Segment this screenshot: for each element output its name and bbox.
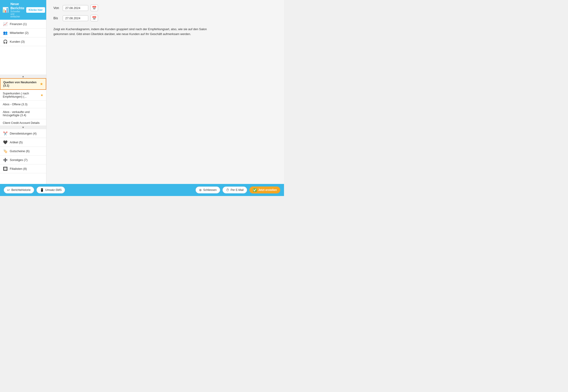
email-label: Per E-Mail	[231, 188, 244, 192]
sonstiges-label: Sonstiges (7)	[10, 158, 28, 162]
artikel-label: Artikel (5)	[10, 140, 23, 144]
date-to-row: Bis 📅	[53, 15, 277, 21]
description-text: Zeigt ein Kuchendiagramm, indem die Kund…	[53, 27, 216, 37]
sonstiges-icon: ➕	[3, 158, 8, 162]
create-icon: ✅	[253, 188, 257, 192]
superkunden-star: ★	[40, 93, 44, 97]
submenu-item-superkunden[interactable]: Superkunden ( nach Empfehlungen) (... ★	[0, 90, 46, 101]
sidebar-item-dienstleistungen[interactable]: ✂️ Dienstleistungen (4)	[0, 129, 46, 138]
sidebar-header-text: Neue Berichte Schneller und einfacher	[10, 2, 24, 18]
main-content: Von 📅 Bis 📅 Zeigt ein Kuchendiagramm, in…	[46, 0, 284, 184]
finanzen-label: Finanzen (1)	[10, 22, 27, 26]
date-from-row: Von 📅	[53, 5, 277, 11]
klicke-hier-button[interactable]: Klicke hier	[26, 7, 45, 13]
finanzen-icon: 📈	[3, 22, 8, 26]
kunden-label: Kunden (3)	[10, 40, 25, 43]
filialisten-icon: 🔲	[3, 167, 8, 171]
sidebar-header: 📊 Neue Berichte Schneller und einfacher …	[0, 0, 46, 20]
dienstleistungen-icon: ✂️	[3, 131, 8, 136]
submenu-container: ▲ Quellen von Neukunden (3.1) ★ Superkun…	[0, 74, 46, 129]
quellen-star: ★	[40, 82, 43, 86]
submenu-item-abos-offene[interactable]: Abos - Offene (3.3)	[0, 101, 46, 108]
sms-label: Umsatz-SMS	[45, 188, 62, 192]
gutscheine-icon: 🏷️	[3, 149, 8, 153]
kunden-icon: 🎧	[3, 40, 8, 44]
sidebar-title: Neue Berichte	[10, 2, 24, 10]
sidebar-nav-bottom: ✂️ Dienstleistungen (4) 🖤 Artikel (5) 🏷️…	[0, 129, 46, 184]
sidebar-nav: 📈 Finanzen (1) 👥 Mitarbeiter (2) 🎧 Kunde…	[0, 20, 46, 74]
submenu-item-abos-verkaufte[interactable]: Abos - verkaufte und hinzugefügte (3.4)	[0, 108, 46, 119]
gutscheine-label: Gutscheine (6)	[10, 149, 30, 153]
bottom-bar: ↩ Berichtehistorie 📱 Umsatz-SMS ⊗ Schlie…	[0, 184, 284, 196]
dienstleistungen-label: Dienstleistungen (4)	[10, 132, 37, 135]
sidebar: 📊 Neue Berichte Schneller und einfacher …	[0, 0, 46, 184]
close-icon: ⊗	[199, 188, 202, 192]
sidebar-item-sonstiges[interactable]: ➕ Sonstiges (7)	[0, 156, 46, 165]
quellen-label: Quellen von Neukunden (3.1)	[3, 81, 39, 87]
filialisten-label: Filialisten (8)	[10, 167, 27, 170]
sidebar-subtitle: Schneller und einfacher	[10, 10, 24, 18]
date-to-input[interactable]	[63, 15, 88, 21]
sidebar-item-gutscheine[interactable]: 🏷️ Gutscheine (6)	[0, 147, 46, 156]
date-from-calendar-button[interactable]: 📅	[90, 5, 98, 11]
date-to-label: Bis	[53, 16, 60, 20]
scroll-up-arrow[interactable]: ▲	[0, 74, 46, 78]
sms-icon: 📱	[40, 188, 44, 192]
create-button[interactable]: ✅ Jetzt erstellen	[249, 186, 280, 194]
mitarbeiter-label: Mitarbeiter (2)	[10, 31, 29, 35]
email-icon: ⏱	[226, 188, 229, 192]
artikel-icon: 🖤	[3, 140, 8, 144]
scroll-down-arrow[interactable]: ▼	[0, 126, 46, 129]
credit-account-label: Client Credit Account Details	[3, 121, 40, 125]
sidebar-item-finanzen[interactable]: 📈 Finanzen (1)	[0, 20, 46, 28]
date-from-label: Von	[53, 6, 60, 10]
calendar-icon: 📅	[92, 6, 97, 10]
history-icon: ↩	[7, 188, 10, 192]
sidebar-item-kunden[interactable]: 🎧 Kunden (3)	[0, 37, 46, 46]
superkunden-label: Superkunden ( nach Empfehlungen) (...	[3, 92, 39, 98]
date-from-input[interactable]	[63, 5, 88, 11]
history-label: Berichtehistorie	[11, 188, 31, 192]
sidebar-item-artikel[interactable]: 🖤 Artikel (5)	[0, 138, 46, 147]
history-button[interactable]: ↩ Berichtehistorie	[4, 186, 34, 194]
submenu-scroll[interactable]: Quellen von Neukunden (3.1) ★ Superkunde…	[0, 78, 46, 126]
abos-offene-label: Abos - Offene (3.3)	[3, 103, 27, 106]
sidebar-item-filialisten[interactable]: 🔲 Filialisten (8)	[0, 165, 46, 173]
close-button[interactable]: ⊗ Schliessen	[195, 186, 220, 194]
close-label: Schliessen	[203, 188, 217, 192]
sms-button[interactable]: 📱 Umsatz-SMS	[36, 186, 65, 194]
submenu-item-credit-account[interactable]: Client Credit Account Details	[0, 119, 46, 126]
create-label: Jetzt erstellen	[258, 188, 277, 192]
calendar-icon-2: 📅	[92, 16, 97, 20]
submenu-item-quellen[interactable]: Quellen von Neukunden (3.1) ★	[0, 78, 46, 90]
sidebar-item-mitarbeiter[interactable]: 👥 Mitarbeiter (2)	[0, 28, 46, 37]
mitarbeiter-icon: 👥	[3, 31, 8, 35]
date-to-calendar-button[interactable]: 📅	[90, 15, 98, 21]
email-button[interactable]: ⏱ Per E-Mail	[223, 186, 247, 194]
abos-verkaufte-label: Abos - verkaufte und hinzugefügte (3.4)	[3, 111, 44, 117]
chart-icon: 📊	[2, 7, 9, 13]
